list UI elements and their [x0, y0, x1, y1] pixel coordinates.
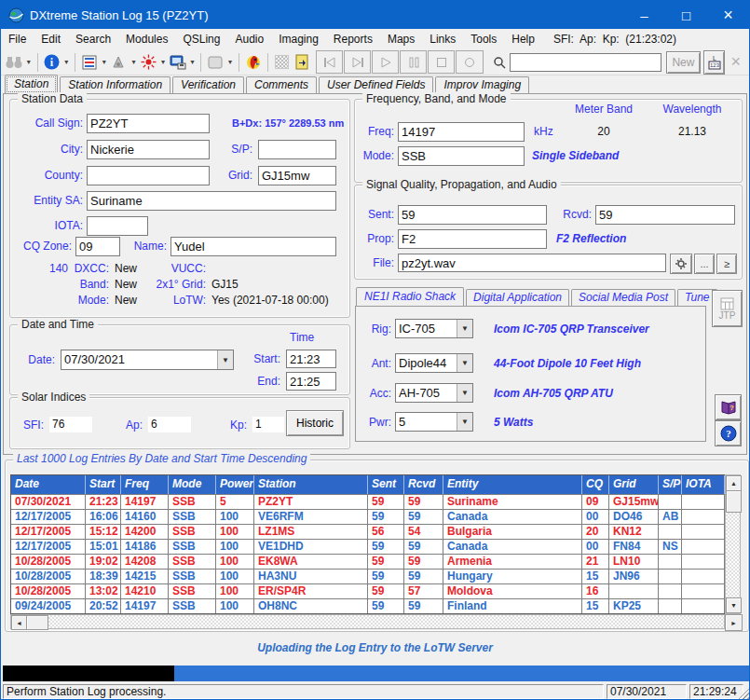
- menu-links[interactable]: Links: [422, 29, 463, 49]
- vertical-scrollbar[interactable]: ▲ ▼: [725, 474, 741, 614]
- log-list-dropdown-icon[interactable]: ▾: [100, 51, 109, 74]
- chevron-down-icon[interactable]: ▼: [457, 413, 472, 431]
- shack-tab-digital-application[interactable]: Digital Application: [466, 289, 569, 306]
- column-header-cq[interactable]: CQ: [582, 475, 609, 494]
- column-header-start[interactable]: Start: [86, 475, 121, 494]
- horizontal-scrollbar[interactable]: ◄: [10, 614, 725, 629]
- rig-dropdown-icon[interactable]: ▾: [225, 51, 235, 74]
- info-dropdown-icon[interactable]: ▾: [61, 51, 71, 74]
- historic-button[interactable]: Historic: [286, 410, 344, 436]
- city-field[interactable]: Nickerie: [87, 140, 210, 159]
- column-header-s-p[interactable]: S/P: [659, 475, 682, 494]
- grid-field[interactable]: GJ15mw: [258, 166, 336, 185]
- name-field[interactable]: Yudel: [170, 237, 336, 256]
- acc-combo[interactable]: AH-705▼: [395, 383, 473, 403]
- table-row[interactable]: 12/17/200515:0114186SSB100VE1DHD5959Cana…: [11, 539, 725, 554]
- column-header-mode[interactable]: Mode: [169, 475, 216, 494]
- column-header-power[interactable]: Power: [216, 475, 254, 494]
- scroll-left-icon[interactable]: ◄: [11, 615, 27, 630]
- date-combo[interactable]: 07/30/2021 ▼: [61, 350, 234, 370]
- column-header-sent[interactable]: Sent: [368, 475, 404, 494]
- rig-combo[interactable]: IC-705▼: [395, 319, 473, 338]
- media-stop-button[interactable]: [428, 50, 455, 74]
- table-row[interactable]: 12/17/200516:0614160SSB100VE6RFM5959Cana…: [11, 509, 725, 524]
- shack-tab-social-media-post[interactable]: Social Media Post: [571, 289, 675, 306]
- menu-help[interactable]: Help: [504, 29, 542, 49]
- mode-field[interactable]: SSB: [398, 146, 525, 166]
- menu-search[interactable]: Search: [68, 29, 118, 49]
- pwr-combo[interactable]: 5▼: [395, 412, 473, 432]
- menu-edit[interactable]: Edit: [34, 29, 68, 49]
- scroll-down-icon[interactable]: ▼: [726, 597, 742, 613]
- menu-imaging[interactable]: Imaging: [271, 29, 326, 49]
- freq-field[interactable]: 14197: [398, 122, 525, 142]
- table-row[interactable]: 10/28/200519:0214208SSB100EK8WA5959Armen…: [11, 554, 725, 569]
- qsl-dropdown-icon[interactable]: ▾: [130, 51, 139, 74]
- menu-audio[interactable]: Audio: [227, 29, 271, 49]
- column-header-entity[interactable]: Entity: [443, 475, 582, 494]
- prop-field[interactable]: F2: [398, 229, 547, 249]
- scroll-thumb[interactable]: [726, 490, 742, 513]
- media-pause-button[interactable]: [400, 50, 427, 74]
- sent-field[interactable]: 59: [398, 205, 547, 225]
- chevron-down-icon[interactable]: ▼: [457, 354, 472, 372]
- menu-file[interactable]: File: [1, 29, 34, 49]
- log-list-icon[interactable]: [79, 51, 100, 74]
- table-row[interactable]: 07/30/202121:2314197SSB5PZ2YT5959Surinam…: [11, 494, 725, 509]
- tab-comments[interactable]: Comments: [246, 76, 317, 93]
- info-icon[interactable]: i: [41, 51, 61, 74]
- menu-maps[interactable]: Maps: [380, 29, 422, 49]
- exit-icon[interactable]: [293, 51, 313, 74]
- find-dropdown-icon[interactable]: ▾: [24, 51, 34, 74]
- menu-tools[interactable]: Tools: [463, 29, 504, 49]
- column-header-station[interactable]: Station: [254, 475, 368, 494]
- media-last-button[interactable]: [344, 50, 371, 74]
- qsl-card-icon[interactable]: [109, 51, 130, 74]
- table-row[interactable]: 12/17/200515:1214200SSB100LZ1MS5654Bulga…: [11, 524, 725, 539]
- chevron-down-icon[interactable]: ▼: [457, 320, 472, 337]
- audio-settings-button[interactable]: [670, 254, 692, 274]
- browse-file-button[interactable]: ...: [694, 254, 715, 274]
- media-play-button[interactable]: [372, 50, 399, 74]
- column-header-iota[interactable]: IOTA: [682, 475, 725, 494]
- menu-reports[interactable]: Reports: [326, 29, 380, 49]
- shack-tab-ne1i-radio-shack[interactable]: NE1I Radio Shack: [356, 287, 464, 307]
- tab-station[interactable]: Station: [5, 75, 58, 94]
- table-row[interactable]: 10/28/200518:3914215SSB100HA3NU5959Hunga…: [11, 569, 725, 583]
- search-input[interactable]: [510, 53, 661, 72]
- audio-file-field[interactable]: pz2yt.wav: [398, 254, 666, 272]
- tab-verification[interactable]: Verification: [172, 76, 244, 93]
- tab-user-defined-fields[interactable]: User Defined Fields: [319, 76, 433, 93]
- start-time-field[interactable]: 21:23: [286, 350, 336, 368]
- tab-improv-imaging[interactable]: Improv Imaging: [435, 76, 529, 93]
- help-button[interactable]: ?: [715, 420, 742, 446]
- chevron-down-icon[interactable]: ▼: [217, 350, 233, 369]
- resize-grip[interactable]: [738, 688, 749, 699]
- media-first-button[interactable]: [316, 50, 343, 74]
- county-field[interactable]: [87, 166, 210, 185]
- column-header-rcvd[interactable]: Rcvd: [404, 475, 443, 494]
- rig-icon[interactable]: [205, 51, 225, 74]
- capture-icon[interactable]: [168, 51, 188, 74]
- end-time-field[interactable]: 21:25: [286, 372, 336, 391]
- column-header-freq[interactable]: Freq: [121, 475, 169, 494]
- maximize-button[interactable]: □: [665, 1, 707, 29]
- menu-modules[interactable]: Modules: [118, 29, 175, 49]
- sp-field[interactable]: [258, 140, 336, 159]
- minimize-button[interactable]: –: [623, 1, 665, 29]
- scroll-right-icon[interactable]: ►: [725, 614, 743, 631]
- cq-zone-field[interactable]: 09: [75, 237, 120, 256]
- media-record-button[interactable]: [456, 50, 483, 74]
- reference-book-button[interactable]: ?: [715, 394, 742, 420]
- log-pad-icon[interactable]: L123: [703, 50, 725, 75]
- table-row[interactable]: 09/24/200520:5214197SSB100OH8NC5959Finla…: [11, 598, 725, 613]
- menu-qsling[interactable]: QSLing: [175, 29, 227, 49]
- column-header-grid[interactable]: Grid: [609, 475, 659, 494]
- solar-icon[interactable]: [138, 51, 158, 74]
- column-header-date[interactable]: Date: [11, 475, 86, 494]
- solar-dropdown-icon[interactable]: ▾: [158, 51, 168, 74]
- ant-combo[interactable]: Dipole44▼: [395, 353, 473, 373]
- table-row[interactable]: 10/28/200513:0214210SSB100ER/SP4R5957Mol…: [11, 583, 725, 598]
- delete-entry-icon[interactable]: ×: [725, 51, 746, 74]
- find-binoculars-icon[interactable]: [4, 51, 24, 74]
